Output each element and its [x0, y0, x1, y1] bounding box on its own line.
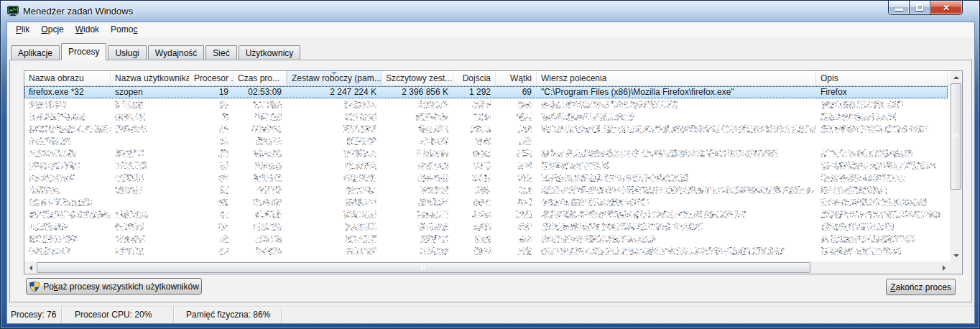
table-cell-redacted	[190, 123, 234, 135]
column-header-nazwa-uzytkownika[interactable]: Nazwa użytkownika	[111, 71, 190, 85]
table-cell-redacted	[382, 159, 453, 172]
redacted-noise	[29, 162, 80, 170]
table-cell-redacted	[816, 123, 948, 135]
tab-siec[interactable]: Sieć	[205, 45, 236, 60]
tab-uzytkownicy[interactable]: Użytkownicy	[239, 45, 301, 60]
table-row-redacted[interactable]	[24, 135, 948, 147]
table-row-redacted[interactable]	[24, 159, 948, 172]
menu-opcje[interactable]: Opcje	[35, 22, 69, 37]
table-cell-redacted	[453, 233, 496, 245]
table-row-redacted[interactable]	[24, 98, 948, 111]
table-cell-redacted	[537, 147, 816, 159]
column-header-procesor[interactable]: Procesor ...	[190, 71, 234, 85]
table-row-firefox[interactable]: firefox.exe *32 szopen 19 02:53:09 2 247…	[24, 86, 948, 98]
table-cell-redacted	[24, 233, 111, 245]
table-cell-redacted	[287, 245, 382, 257]
table-row-redacted[interactable]	[24, 196, 948, 208]
close-button[interactable]: ✕	[930, 1, 963, 15]
table-cell-redacted	[537, 123, 816, 135]
table-cell-redacted	[453, 159, 496, 172]
table-cell-redacted	[496, 196, 537, 208]
table-cell: szopen	[111, 86, 190, 98]
table-cell-redacted	[453, 184, 496, 196]
column-header-wiersz-polecenia[interactable]: Wiersz polecenia	[537, 71, 816, 85]
maximize-button[interactable]	[910, 1, 930, 15]
column-header-czas-procesora[interactable]: Czas pro...	[234, 71, 287, 85]
scroll-up-button[interactable]	[950, 71, 962, 83]
table-cell-redacted	[190, 98, 234, 111]
table-cell-redacted	[453, 111, 496, 123]
scroll-down-button[interactable]	[950, 249, 962, 261]
tab-wydajnosc[interactable]: Wydajność	[148, 45, 205, 60]
table-cell-redacted	[111, 98, 190, 111]
redacted-noise	[29, 198, 92, 206]
table-row-redacted[interactable]	[24, 221, 948, 233]
table-cell-redacted	[190, 184, 234, 196]
table-row-redacted[interactable]	[24, 172, 948, 184]
column-header-dojscia[interactable]: Dojścia	[453, 71, 496, 85]
menu-pomoc[interactable]: Pomoc	[105, 22, 143, 37]
vertical-scrollbar[interactable]	[950, 71, 962, 261]
table-cell-redacted	[382, 147, 453, 159]
menu-plik[interactable]: Plik	[10, 22, 35, 37]
table-cell-redacted	[24, 184, 111, 196]
table-cell-redacted	[816, 208, 948, 221]
redacted-noise	[346, 186, 376, 194]
table-cell-redacted	[234, 245, 287, 257]
table-cell-redacted	[234, 135, 287, 147]
table-cell-redacted	[190, 245, 234, 257]
redacted-noise	[517, 174, 532, 182]
redacted-noise	[115, 101, 144, 108]
table-cell: "C:\Program Files (x86)\Mozilla Firefox\…	[537, 86, 816, 98]
end-process-button[interactable]: Zakończ proces	[886, 279, 956, 295]
table-cell-redacted	[496, 111, 537, 123]
column-header-opis[interactable]: Opis	[816, 71, 948, 85]
redacted-noise	[517, 125, 532, 133]
table-row-redacted[interactable]	[24, 123, 948, 135]
column-header-szczytowy-zestaw[interactable]: Szczytowy zest...	[382, 71, 453, 85]
table-row-redacted[interactable]	[24, 111, 948, 123]
vertical-scroll-thumb[interactable]	[951, 83, 961, 190]
redacted-noise	[820, 125, 928, 133]
table-cell-redacted	[816, 111, 948, 123]
table-row-redacted[interactable]	[24, 233, 948, 245]
column-header-watki[interactable]: Wątki	[496, 71, 537, 85]
menu-widok[interactable]: Widok	[70, 22, 105, 37]
redacted-noise	[251, 125, 282, 133]
scroll-left-button[interactable]	[24, 261, 37, 274]
table-cell-redacted	[287, 172, 382, 184]
table-row-redacted[interactable]	[24, 147, 948, 159]
table-row-redacted[interactable]	[24, 245, 948, 257]
table-cell-redacted	[190, 233, 234, 245]
thumb-grip-icon	[953, 134, 958, 138]
scroll-right-button[interactable]	[938, 261, 950, 274]
redacted-noise	[541, 247, 785, 255]
table-row-redacted[interactable]	[24, 208, 948, 221]
redacted-noise	[475, 235, 491, 243]
minimize-button[interactable]	[888, 1, 910, 15]
table-cell-redacted	[537, 221, 816, 233]
show-all-processes-button[interactable]: Pokaż procesy wszystkich użytkowników	[26, 278, 202, 295]
table-cell-redacted	[382, 221, 453, 233]
horizontal-scrollbar[interactable]	[24, 261, 950, 274]
table-cell-redacted	[24, 196, 111, 208]
table-cell-redacted	[382, 172, 453, 184]
tab-procesy[interactable]: Procesy	[61, 43, 106, 60]
column-headers: Nazwa obrazu Nazwa użytkownika Procesor …	[24, 71, 950, 86]
tab-aplikacje[interactable]: Aplikacje	[11, 45, 60, 60]
redacted-noise	[345, 198, 376, 206]
table-cell-redacted	[537, 172, 816, 184]
table-cell-redacted	[537, 196, 816, 208]
column-header-zestaw-roboczy[interactable]: Zestaw roboczy (pam...	[287, 71, 382, 85]
table-cell-redacted	[496, 208, 537, 221]
redacted-noise	[218, 174, 228, 182]
table-cell-redacted	[190, 135, 234, 147]
column-header-nazwa-obrazu[interactable]: Nazwa obrazu	[24, 71, 111, 85]
table-row-redacted[interactable]	[24, 184, 948, 196]
horizontal-scroll-thumb[interactable]	[37, 262, 810, 273]
table-cell-redacted	[537, 208, 816, 221]
redacted-noise	[254, 210, 282, 218]
title-bar[interactable]: Menedżer zadań Windows ✕	[1, 1, 979, 22]
redacted-noise	[115, 113, 145, 121]
tab-uslugi[interactable]: Usługi	[108, 45, 146, 60]
